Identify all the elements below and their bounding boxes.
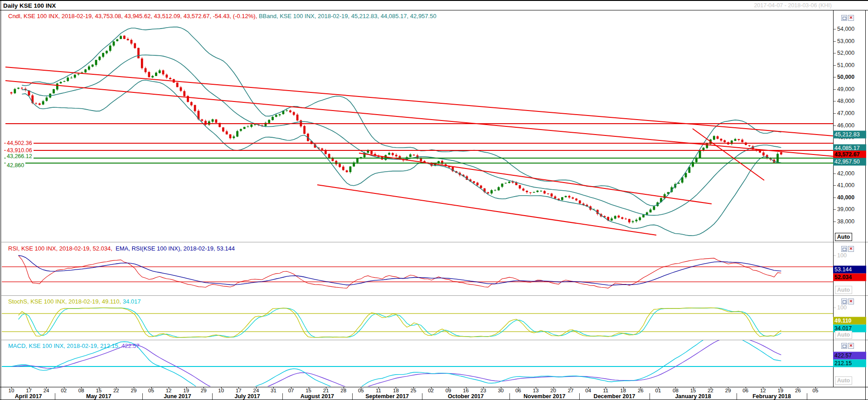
charting-app-window: Daily KSE 100 INX 2017-04-07 - 2018-03-0… bbox=[0, 0, 868, 400]
auto-scale-button-stoch[interactable]: Auto bbox=[835, 331, 852, 339]
x-axis-day-tick: 24 bbox=[44, 388, 49, 393]
panel-window-controls: ✕ bbox=[841, 299, 854, 304]
rsi-legend: RSI, KSE 100 INX, 2018-02-19, 52.034, EM… bbox=[8, 245, 235, 252]
x-axis-day-tick: 27 bbox=[568, 388, 574, 393]
x-axis-day-tick: 19 bbox=[777, 388, 783, 393]
chart-canvas bbox=[0, 1, 868, 400]
x-axis-month-label: December 2017 bbox=[579, 393, 649, 400]
price-axis-tick: 53,000 bbox=[837, 38, 854, 44]
macd-legend-text: MACD, KSE 100 INX, 2018-02-19, 212.15, bbox=[8, 342, 120, 349]
x-axis-month-label: September 2017 bbox=[352, 393, 422, 400]
panel-window-controls: ✕ bbox=[841, 246, 854, 252]
x-axis-day-tick: 11 bbox=[603, 388, 608, 393]
auto-scale-button-rsi[interactable]: Auto bbox=[835, 286, 852, 294]
x-axis-day-tick: 17 bbox=[236, 388, 242, 393]
rsi-axis-tickmark bbox=[834, 255, 836, 256]
x-axis-day-tick: 19 bbox=[183, 388, 189, 393]
x-axis-day-tick: 01 bbox=[655, 388, 661, 393]
x-axis-day-tick: 22 bbox=[113, 388, 119, 393]
x-axis-day-tick: 31 bbox=[271, 388, 276, 393]
price-axis-tickmark bbox=[834, 173, 836, 174]
x-axis-day-tick: 15 bbox=[305, 388, 311, 393]
price-level-label: 43,910.06 bbox=[5, 147, 34, 154]
close-icon[interactable]: ✕ bbox=[848, 343, 854, 349]
minimize-icon[interactable] bbox=[841, 15, 847, 21]
minimize-icon[interactable] bbox=[841, 343, 847, 349]
macd-signal-legend-text: 422.57 bbox=[120, 342, 139, 349]
x-axis-day-tick: 18 bbox=[620, 388, 626, 393]
price-axis-tick: 41,000 bbox=[837, 182, 854, 188]
x-axis-month-label: April 2017 bbox=[2, 393, 55, 400]
price-axis-tickmark bbox=[834, 113, 836, 114]
stoch-axis-tick: 100 bbox=[837, 304, 847, 311]
price-axis-tick: 48,000 bbox=[837, 98, 854, 104]
price-axis-tick: 51,000 bbox=[837, 62, 854, 68]
x-axis-day-tick: 15 bbox=[690, 388, 696, 393]
x-axis-month-label: August 2017 bbox=[282, 393, 352, 400]
price-axis-tickmark bbox=[834, 198, 836, 198]
x-axis-day-tick: 22 bbox=[708, 388, 713, 393]
x-axis-day-tick: 13 bbox=[533, 388, 539, 393]
x-axis-day-tick: 07 bbox=[288, 388, 294, 393]
candle-legend-text: Cndl, KSE 100 INX, 2018-02-19, 43,753.08… bbox=[8, 13, 257, 19]
stoch-legend: StochS, KSE 100 INX, 2018-02-19, 49.110,… bbox=[8, 298, 141, 305]
x-axis-day-tick: 23 bbox=[480, 388, 486, 393]
close-icon[interactable]: ✕ bbox=[848, 15, 854, 21]
price-axis-tick: 42,000 bbox=[837, 170, 854, 177]
macd-legend: MACD, KSE 100 INX, 2018-02-19, 212.15, 4… bbox=[8, 342, 140, 349]
x-axis-day-tick: 29 bbox=[725, 388, 731, 393]
rsi-legend-text: RSI, KSE 100 INX, 2018-02-19, 52.034, bbox=[8, 245, 112, 252]
price-axis-tick: 40,000 bbox=[837, 194, 854, 201]
x-axis-day-tick: 02 bbox=[428, 388, 434, 393]
rsi-ema-legend-text: EMA, RSI(KSE 100 INX), 2018-02-19, 53.14… bbox=[112, 245, 235, 252]
x-axis-day-tick: 29 bbox=[131, 388, 137, 393]
price-axis-tick: 38,000 bbox=[837, 218, 854, 225]
price-axis-tick: 49,000 bbox=[837, 86, 854, 92]
x-axis-day-tick: 20 bbox=[550, 388, 556, 393]
x-axis-month-label: February 2018 bbox=[737, 393, 806, 400]
price-level-label: 43,266.12 bbox=[5, 153, 34, 159]
close-icon[interactable]: ✕ bbox=[848, 246, 854, 252]
close-icon[interactable]: ✕ bbox=[848, 299, 854, 304]
stoch-k-legend-text: StochS, KSE 100 INX, 2018-02-19, 49.110, bbox=[8, 298, 121, 305]
price-axis-tickmark bbox=[834, 29, 836, 29]
x-axis-month-label: January 2018 bbox=[650, 393, 737, 400]
price-axis-tickmark bbox=[834, 185, 836, 186]
price-axis-tickmark bbox=[834, 89, 836, 90]
price-level-label: 44,502.36 bbox=[5, 140, 34, 146]
minimize-icon[interactable] bbox=[841, 299, 847, 304]
x-axis-day-tick: 08 bbox=[78, 388, 84, 393]
x-axis-month-label: October 2017 bbox=[422, 393, 509, 400]
x-axis-day-tick: 24 bbox=[253, 388, 259, 393]
price-axis-tick: 50,000 bbox=[837, 74, 854, 80]
x-axis-day-tick: 30 bbox=[498, 388, 504, 393]
x-axis-day-tick: 26 bbox=[795, 388, 801, 393]
price-axis-tickmark bbox=[834, 65, 836, 66]
x-axis-day-tick: 18 bbox=[393, 388, 399, 393]
x-axis-day-tick: 11 bbox=[376, 388, 381, 393]
x-axis-day-tick: 21 bbox=[323, 388, 329, 393]
price-axis-tickmark bbox=[834, 77, 836, 77]
x-axis-month-label bbox=[807, 393, 833, 400]
x-axis-day-tick: 16 bbox=[463, 388, 469, 393]
panel-window-controls: ✕ bbox=[841, 15, 854, 21]
price-axis-tick: 52,000 bbox=[837, 50, 854, 56]
x-axis-day-tick: 05 bbox=[358, 388, 364, 393]
x-axis-day-tick: 10 bbox=[9, 388, 15, 393]
x-axis-day-tick: 09 bbox=[446, 388, 451, 393]
x-axis-day-tick: 17 bbox=[26, 388, 32, 393]
price-axis-tick: 54,000 bbox=[837, 26, 854, 32]
auto-scale-button-price[interactable]: Auto bbox=[835, 233, 852, 241]
x-axis-month-label: November 2017 bbox=[509, 393, 579, 400]
minimize-icon[interactable] bbox=[841, 246, 847, 252]
bband-legend-text: BBand, KSE 100 INX, 2018-02-19, 45,212.8… bbox=[257, 13, 436, 19]
price-axis-tick: 46,000 bbox=[837, 122, 854, 129]
price-axis-badge: 43,572.67 bbox=[833, 150, 866, 158]
price-axis-badge: 45,212.83 bbox=[833, 131, 866, 139]
x-axis-month-label: June 2017 bbox=[142, 393, 212, 400]
auto-scale-button-macd[interactable]: Auto bbox=[835, 376, 852, 385]
x-axis-day-tick: 15 bbox=[96, 388, 102, 393]
x-axis-day-tick: 29 bbox=[201, 388, 207, 393]
x-axis-day-tick: 04 bbox=[585, 388, 591, 393]
macd-axis-badge: 212.15 bbox=[833, 360, 866, 367]
